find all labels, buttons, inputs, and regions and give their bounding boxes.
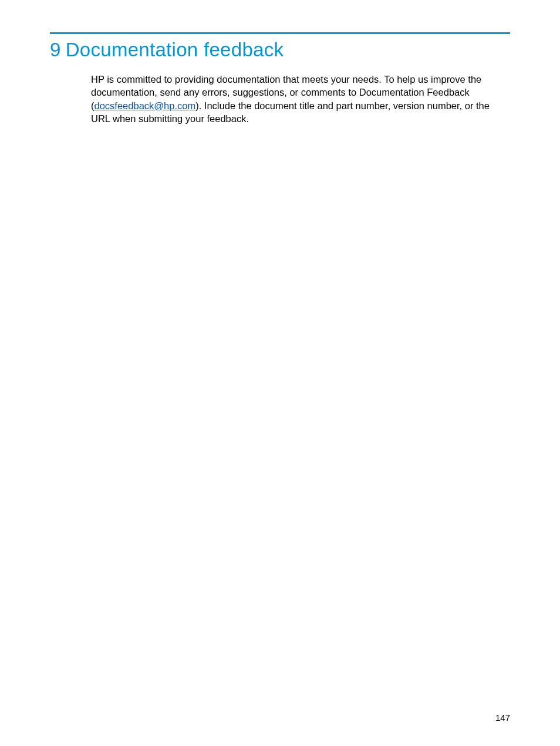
body-paragraph: HP is committed to providing documentati… <box>91 73 510 125</box>
chapter-title: Documentation feedback <box>66 39 284 60</box>
page-number: 147 <box>495 713 510 723</box>
document-page: 9Documentation feedback HP is committed … <box>0 0 560 746</box>
feedback-email-link[interactable]: docsfeedback@hp.com <box>95 100 196 111</box>
chapter-number: 9 <box>50 39 61 60</box>
header-rule <box>50 32 510 34</box>
chapter-heading: 9Documentation feedback <box>50 39 510 61</box>
